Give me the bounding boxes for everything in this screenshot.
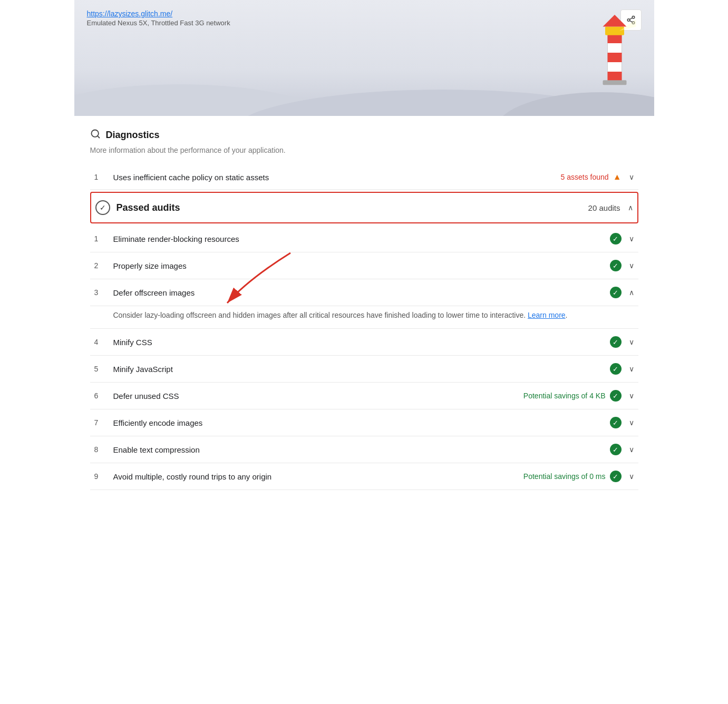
audit-title-p3: Defer offscreen images [113,288,610,297]
audit-meta-p6: Potential savings of 4 KB ✓ ∨ [523,390,634,402]
chevron-up-passed: ∧ [628,203,633,212]
audit-meta-p9: Potential savings of 0 ms ✓ ∨ [523,471,634,482]
chevron-down-d1: ∨ [629,173,634,181]
passed-item-2[interactable]: 2 Properly size images ✓ ∨ [90,252,638,279]
savings-p6: Potential savings of 4 KB [523,392,606,400]
chevron-p3: ∧ [629,288,634,297]
check-circle-p9: ✓ [610,471,622,482]
passed-audits-title: Passed audits [117,202,588,213]
passed-item-7[interactable]: 7 Efficiently encode images ✓ ∨ [90,409,638,436]
savings-p9: Potential savings of 0 ms [523,472,606,481]
audit-num-p4: 4 [94,338,113,346]
audit-meta-p1: ✓ ∨ [610,233,634,245]
chevron-p5: ∨ [629,365,634,373]
svg-marker-10 [603,15,626,27]
passed-item-3-wrapper: 3 Defer offscreen images ✓ ∧ Consider la… [90,279,638,329]
diagnostics-title: Diagnostics [106,130,160,141]
check-circle-p1: ✓ [610,233,622,245]
audit-meta-p4: ✓ ∨ [610,336,634,348]
chevron-p2: ∨ [629,261,634,270]
audit-num-p7: 7 [94,418,113,427]
header: https://lazysizes.glitch.me/ Emulated Ne… [74,0,654,116]
svg-rect-8 [607,72,622,81]
main-content: Diagnostics More information about the p… [74,116,654,503]
audit-num-p9: 9 [94,472,113,481]
device-info: Emulated Nexus 5X, Throttled Fast 3G net… [87,19,230,27]
audit-meta-p2: ✓ ∨ [610,260,634,271]
audit-meta-p3: ✓ ∧ [610,287,634,298]
audit-meta-p8: ✓ ∨ [610,444,634,455]
audit-title-p2: Properly size images [113,261,610,270]
audit-num-d1: 1 [94,173,113,181]
audit-title-p1: Eliminate render-blocking resources [113,234,610,243]
check-circle-p2: ✓ [610,260,622,271]
passed-item-8[interactable]: 8 Enable text compression ✓ ∨ [90,436,638,463]
passed-item-3[interactable]: 3 Defer offscreen images ✓ ∧ [90,279,638,306]
chevron-p1: ∨ [629,234,634,243]
chevron-p6: ∨ [629,392,634,400]
svg-rect-7 [607,53,622,62]
audit-meta-d1: 5 assets found ▲ ∨ [561,172,634,182]
chevron-p9: ∨ [629,472,634,481]
passed-item-5[interactable]: 5 Minify JavaScript ✓ ∨ [90,356,638,383]
audit-title-p6: Defer unused CSS [113,392,523,400]
passed-item-6[interactable]: 6 Defer unused CSS Potential savings of … [90,383,638,409]
audit-num-p5: 5 [94,365,113,373]
diagnostics-subtitle: More information about the performance o… [90,146,638,154]
audit-title-p8: Enable text compression [113,445,610,454]
passed-item-1[interactable]: 1 Eliminate render-blocking resources ✓ … [90,226,638,252]
diagnostics-icon [90,129,101,142]
audit-title-p5: Minify JavaScript [113,365,610,374]
audit-title-p4: Minify CSS [113,338,610,347]
check-circle-p3: ✓ [610,287,622,298]
audit-title-p9: Avoid multiple, costly round trips to an… [113,472,523,481]
chevron-p4: ∨ [629,338,634,346]
check-circle-p5: ✓ [610,363,622,375]
assets-found-label: 5 assets found [561,173,609,181]
svg-line-17 [97,136,99,138]
audit-description-p3: Consider lazy-loading offscreen and hidd… [90,306,638,329]
passed-audits-header[interactable]: ✓ Passed audits 20 audits ∧ [90,192,638,223]
check-circle-p7: ✓ [610,417,622,428]
site-url[interactable]: https://lazysizes.glitch.me/ [87,9,230,18]
check-circle-p4: ✓ [610,336,622,348]
diagnostics-item-1[interactable]: 1 Uses inefficient cache policy on stati… [90,165,638,190]
audit-title-p7: Efficiently encode images [113,418,610,427]
chevron-p7: ∨ [629,418,634,427]
audit-num-p3: 3 [94,288,113,297]
audit-title-d1: Uses inefficient cache policy on static … [113,173,561,182]
audit-num-p8: 8 [94,445,113,454]
svg-rect-9 [605,27,624,35]
warning-icon: ▲ [613,172,622,182]
audit-num-p1: 1 [94,234,113,243]
chevron-p8: ∨ [629,445,634,454]
audit-meta-p7: ✓ ∨ [610,417,634,428]
learn-more-link[interactable]: Learn more [528,311,566,319]
check-circle-p6: ✓ [610,390,622,402]
passed-item-9[interactable]: 9 Avoid multiple, costly round trips to … [90,463,638,490]
passed-item-4[interactable]: 4 Minify CSS ✓ ∨ [90,329,638,356]
passed-check-icon: ✓ [95,200,110,215]
check-circle-p8: ✓ [610,444,622,455]
header-hills [74,84,654,116]
diagnostics-section-header: Diagnostics [90,129,638,142]
audit-num-p6: 6 [94,392,113,400]
audit-meta-p5: ✓ ∨ [610,363,634,375]
audit-num-p2: 2 [94,261,113,270]
passed-audits-count: 20 audits [588,203,620,212]
